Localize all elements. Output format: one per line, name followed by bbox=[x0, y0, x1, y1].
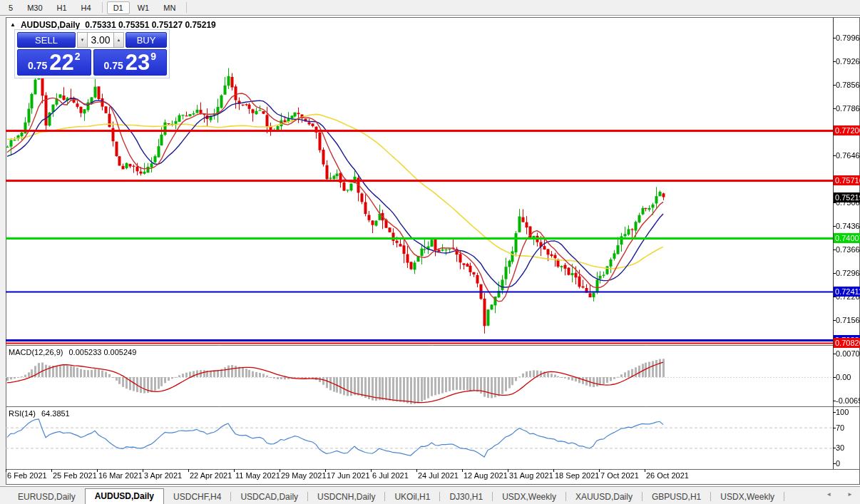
volume-stepper: ▼ 3.00 ▲ bbox=[77, 32, 124, 48]
tab-dj30-h1[interactable]: DJ30,H1 bbox=[440, 490, 492, 504]
buy-price-display[interactable]: 0.75 23 9 bbox=[93, 49, 168, 76]
sell-price-main: 22 bbox=[49, 52, 73, 73]
volume-field[interactable]: 3.00 bbox=[88, 32, 113, 48]
buy-price-pip: 9 bbox=[150, 51, 156, 62]
buy-button[interactable]: BUY bbox=[126, 32, 167, 48]
sell-price-display[interactable]: 0.75 22 2 bbox=[17, 49, 91, 76]
timeframe-button-h1[interactable]: H1 bbox=[51, 1, 73, 14]
tab-gbpusd-h1[interactable]: GBPUSD,H1 bbox=[643, 490, 710, 504]
tab-usdx-weekly[interactable]: USDX,Weekly bbox=[711, 490, 784, 504]
buy-price-main: 23 bbox=[126, 52, 150, 73]
tab-xauusd-daily[interactable]: XAUUSD,Daily bbox=[566, 490, 642, 504]
toolbar-separator bbox=[186, 2, 187, 13]
tab-scroll-left-icon[interactable]: ◄ bbox=[826, 491, 831, 498]
sell-button[interactable]: SELL bbox=[17, 32, 76, 48]
tab-usdchf-h4[interactable]: USDCHF,H4 bbox=[164, 490, 230, 504]
toolbar-separator bbox=[102, 2, 103, 13]
tab-usdcad-daily[interactable]: USDCAD,Daily bbox=[231, 490, 307, 504]
tab-scroll-right-icon[interactable]: ► bbox=[847, 491, 853, 498]
volume-increase-icon[interactable]: ▲ bbox=[113, 32, 124, 48]
timeframe-button-h4[interactable]: H4 bbox=[75, 1, 98, 14]
timeframe-button-m30[interactable]: M30 bbox=[21, 1, 48, 14]
tabbar-scroll-arrows: ◄ ► bbox=[826, 491, 853, 498]
timeframe-button-d1[interactable]: D1 bbox=[107, 1, 130, 14]
sell-price-pip: 2 bbox=[75, 51, 81, 62]
tab-usdx-weekly[interactable]: USDX,Weekly bbox=[493, 490, 565, 504]
volume-decrease-icon[interactable]: ▼ bbox=[77, 32, 88, 48]
tab-usdcnh-daily[interactable]: USDCNH,Daily bbox=[308, 490, 384, 504]
sell-price-prefix: 0.75 bbox=[28, 60, 47, 71]
terminal-window: 5M30H1H4D1W1MN ▲ AUDUSD,Daily 0.75331 0.… bbox=[0, 0, 860, 504]
timeframe-button-w1[interactable]: W1 bbox=[131, 1, 156, 14]
one-click-trade-panel: SELL ▼ 3.00 ▲ BUY 0.75 22 2 0.75 23 9 bbox=[14, 29, 170, 78]
tab-separator bbox=[784, 492, 784, 501]
timeframe-toolbar: 5M30H1H4D1W1MN bbox=[0, 0, 860, 16]
symbol-tabbar: EURUSD,DailyAUDUSD,DailyUSDCHF,H4USDCAD,… bbox=[0, 486, 860, 504]
buy-price-prefix: 0.75 bbox=[103, 60, 123, 71]
timeframe-button-mn[interactable]: MN bbox=[157, 1, 182, 14]
tab-eurusd-daily[interactable]: EURUSD,Daily bbox=[9, 490, 85, 504]
tab-ukoil-h1[interactable]: UKOil,H1 bbox=[385, 490, 439, 504]
tab-audusd-daily[interactable]: AUDUSD,Daily bbox=[85, 488, 164, 504]
timeframe-button-5[interactable]: 5 bbox=[2, 1, 19, 14]
